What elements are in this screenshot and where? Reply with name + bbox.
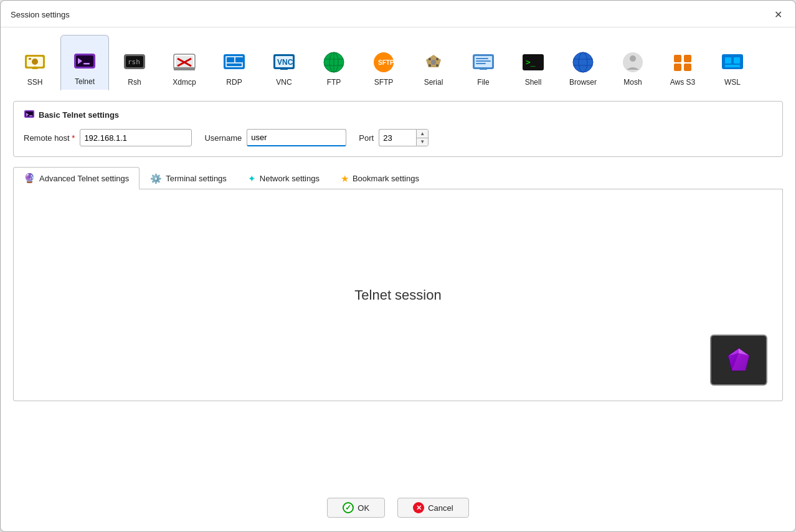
wsl-icon	[719, 49, 746, 75]
svg-point-34	[429, 58, 431, 60]
rsh-icon: rsh	[121, 49, 148, 75]
tab-vnc[interactable]: VNC VNC	[260, 35, 308, 91]
tab-aws-s3-label: Aws S3	[670, 78, 695, 87]
svg-rect-18	[227, 57, 234, 62]
shell-icon: >_	[520, 49, 546, 75]
tab-advanced-telnet[interactable]: 🔮 Advanced Telnet settings	[13, 167, 140, 189]
svg-rect-19	[235, 57, 243, 62]
svg-text:rsh: rsh	[128, 58, 140, 66]
tab-sftp[interactable]: SFTP SFTP	[359, 35, 408, 91]
remote-host-input[interactable]	[80, 129, 192, 146]
tab-terminal-settings[interactable]: ⚙️ Terminal settings	[140, 167, 237, 189]
session-icon-box	[710, 335, 767, 386]
svg-text:SFTP: SFTP	[378, 59, 394, 66]
tab-serial-label: Serial	[424, 78, 443, 87]
main-content: Basic Telnet settings Remote host * User…	[1, 91, 795, 487]
basic-settings-section: Basic Telnet settings Remote host * User…	[13, 101, 783, 157]
tab-ftp[interactable]: FTP	[310, 35, 358, 91]
cancel-icon: ✕	[413, 502, 424, 513]
svg-point-36	[429, 64, 431, 67]
svg-rect-55	[674, 64, 681, 71]
title-bar: Session settings ✕	[1, 1, 795, 27]
tab-file[interactable]: File	[459, 35, 508, 91]
port-label: Port	[359, 133, 374, 143]
tab-browser-label: Browser	[569, 78, 597, 87]
svg-rect-24	[280, 67, 288, 70]
required-star: *	[70, 133, 75, 143]
telnet-icon	[72, 49, 98, 75]
svg-text:>_: >_	[526, 57, 536, 67]
spinbox-buttons: ▲ ▼	[416, 129, 429, 146]
username-input[interactable]	[247, 129, 346, 146]
content-panel: Telnet session	[13, 189, 783, 401]
tab-file-label: File	[477, 78, 489, 87]
svg-rect-15	[174, 67, 195, 70]
remote-host-label: Remote host *	[24, 133, 75, 143]
tab-shell[interactable]: >_ Shell	[509, 35, 557, 91]
svg-rect-56	[684, 64, 691, 71]
tab-telnet-label: Telnet	[75, 77, 95, 86]
tab-browser[interactable]: Browser	[559, 35, 607, 91]
tab-aws-s3[interactable]: Aws S3	[658, 35, 707, 91]
username-label: Username	[204, 133, 242, 143]
tab-rsh-label: Rsh	[128, 78, 141, 87]
file-icon	[470, 49, 496, 75]
tab-telnet[interactable]: Telnet	[60, 35, 109, 91]
svg-rect-53	[674, 55, 681, 62]
mosh-icon	[620, 49, 646, 75]
tab-wsl-label: WSL	[724, 78, 741, 87]
telnet-section-icon	[24, 109, 35, 120]
tab-rdp-label: RDP	[226, 78, 242, 87]
port-spinbox: ▲ ▼	[379, 129, 429, 146]
tab-serial[interactable]: Serial	[409, 35, 458, 91]
adv-telnet-icon: 🔮	[24, 173, 36, 184]
svg-rect-7	[83, 63, 90, 65]
svg-text:VNC: VNC	[277, 58, 293, 67]
cancel-button[interactable]: ✕ Cancel	[397, 498, 468, 518]
svg-point-52	[630, 55, 636, 62]
svg-rect-3	[29, 58, 31, 60]
username-group: Username	[204, 129, 346, 146]
bookmark-settings-icon: ★	[341, 173, 349, 184]
svg-rect-41	[476, 60, 491, 62]
ok-icon: ✓	[343, 502, 354, 513]
tab-wsl[interactable]: WSL	[708, 35, 757, 91]
close-button[interactable]: ✕	[770, 7, 785, 22]
tab-rsh[interactable]: rsh Rsh	[110, 35, 159, 91]
tab-mosh-label: Mosh	[623, 78, 642, 87]
session-settings-dialog: Session settings ✕ SSH	[0, 0, 796, 532]
tab-mosh[interactable]: Mosh	[609, 35, 657, 91]
svg-rect-43	[480, 67, 487, 70]
tab-network-settings[interactable]: ✦ Network settings	[237, 167, 330, 189]
remote-host-group: Remote host *	[24, 129, 192, 146]
svg-rect-58	[725, 57, 731, 64]
tab-xdmcp-label: Xdmcp	[173, 78, 196, 87]
svg-rect-60	[725, 65, 740, 67]
basic-section-title: Basic Telnet settings	[24, 109, 772, 120]
port-increment-button[interactable]: ▲	[417, 130, 428, 138]
tab-xdmcp[interactable]: Xdmcp	[160, 35, 209, 91]
ok-button[interactable]: ✓ OK	[327, 498, 385, 518]
dialog-footer: ✓ OK ✕ Cancel	[1, 487, 795, 531]
ssh-icon	[22, 49, 48, 75]
tab-ssh[interactable]: SSH	[11, 35, 59, 91]
tab-rdp[interactable]: RDP	[210, 35, 258, 91]
basic-form-row: Remote host * Username Port ▲ ▼	[24, 129, 772, 146]
tab-shell-label: Shell	[525, 78, 542, 87]
port-group: Port ▲ ▼	[359, 129, 429, 146]
sftp-icon: SFTP	[371, 49, 397, 75]
svg-rect-40	[476, 58, 488, 59]
tab-vnc-label: VNC	[276, 78, 291, 87]
tab-sftp-label: SFTP	[374, 78, 394, 87]
rdp-icon	[221, 49, 247, 75]
svg-rect-20	[227, 64, 242, 66]
svg-point-35	[436, 58, 438, 60]
svg-rect-64	[29, 115, 32, 116]
serial-icon	[420, 49, 447, 75]
tab-bookmark-settings[interactable]: ★ Bookmark settings	[330, 167, 430, 189]
svg-point-33	[431, 60, 436, 65]
port-input[interactable]	[379, 129, 416, 146]
vnc-icon: VNC	[271, 49, 297, 75]
port-decrement-button[interactable]: ▼	[417, 138, 428, 146]
terminal-settings-icon: ⚙️	[150, 173, 162, 184]
